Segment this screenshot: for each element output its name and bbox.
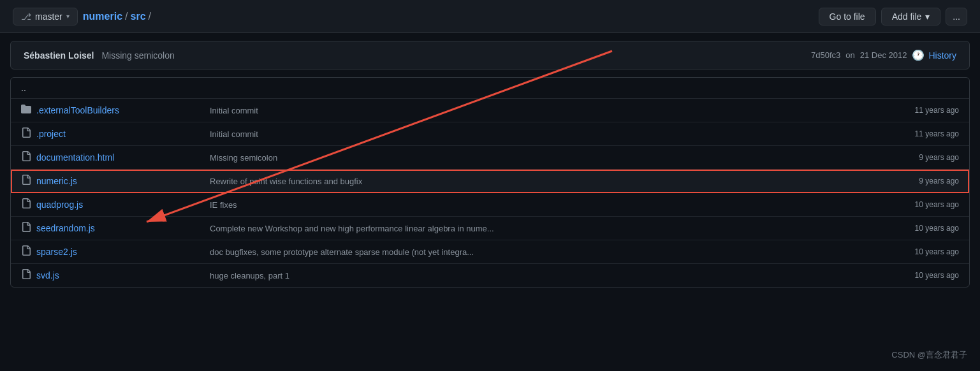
more-options-button[interactable]: ... (946, 8, 967, 25)
file-name-cell-quadprog: quadprog.js (21, 198, 200, 211)
file-name-cell-parent: .. (21, 83, 200, 93)
file-name-docs[interactable]: documentation.html (36, 152, 114, 163)
commit-msg-ext: Initial commit (200, 106, 870, 115)
commit-info: Sébastien Loisel Missing semicolon (24, 50, 175, 61)
commit-date: 21 Dec 2012 (860, 50, 907, 60)
file-row-external: .externalToolBuilders Initial commit 11 … (11, 99, 969, 122)
file-row-seedrandom: seedrandom.js Complete new Workshop and … (11, 217, 969, 240)
file-name-sparse2[interactable]: sparse2.js (36, 247, 77, 257)
file-name-cell-numeric: numeric.js (21, 175, 200, 187)
file-icon-project (21, 127, 31, 140)
add-file-button[interactable]: Add file ▾ (881, 8, 941, 25)
folder-icon (21, 104, 31, 117)
file-row-project: .project Initial commit 11 years ago (11, 122, 969, 146)
commit-msg-seedrandom: Complete new Workshop and new high perfo… (200, 224, 870, 233)
file-row-svd: svd.js huge cleanups, part 1 10 years ag… (11, 264, 969, 287)
commit-bar: Sébastien Loisel Missing semicolon 7d50f… (10, 41, 970, 69)
file-row-sparse2: sparse2.js doc bugfixes, some prototype … (11, 240, 969, 264)
top-bar-right: Go to file Add file ▾ ... (819, 8, 967, 25)
commit-message: Missing semicolon (101, 50, 174, 61)
commit-msg-numeric: Rewrite of point wise functions and bugf… (200, 177, 870, 186)
file-name-cell-project: .project (21, 127, 200, 140)
commit-author: Sébastien Loisel (24, 50, 94, 61)
commit-msg-sparse2: doc bugfixes, some prototype alternate s… (200, 247, 870, 257)
file-row-docs: documentation.html Missing semicolon 9 y… (11, 146, 969, 170)
file-icon-quadprog (21, 198, 31, 211)
file-icon-docs (21, 151, 31, 164)
file-name-seedrandom[interactable]: seedrandom.js (36, 223, 95, 233)
commit-hash: 7d50fc3 (811, 50, 840, 60)
top-bar: ⎇ master ▾ numeric / src / Go to file Ad… (0, 0, 980, 33)
file-row-numeric: numeric.js Rewrite of point wise functio… (11, 170, 969, 193)
file-icon-svd (21, 269, 31, 282)
time-ext: 11 years ago (870, 106, 959, 115)
file-name-ext[interactable]: .externalToolBuilders (36, 105, 119, 115)
history-label: History (928, 50, 956, 61)
file-name-project[interactable]: .project (36, 129, 66, 139)
file-name-cell-sparse2: sparse2.js (21, 245, 200, 258)
branch-icon: ⎇ (21, 11, 31, 22)
file-name-svd[interactable]: svd.js (36, 270, 59, 280)
commit-msg-quadprog: IE fixes (200, 200, 870, 210)
file-name-cell-seedrandom: seedrandom.js (21, 222, 200, 235)
go-to-file-button[interactable]: Go to file (819, 8, 876, 25)
commit-msg-svd: huge cleanups, part 1 (200, 271, 870, 280)
parent-dir-text: .. (21, 83, 26, 93)
file-name-quadprog[interactable]: quadprog.js (36, 200, 83, 210)
breadcrumb-repo[interactable]: numeric (83, 11, 122, 22)
time-docs: 9 years ago (870, 153, 959, 162)
file-name-cell-svd: svd.js (21, 269, 200, 282)
top-bar-left: ⎇ master ▾ numeric / src / (13, 8, 151, 25)
time-sparse2: 10 years ago (870, 247, 959, 256)
commit-msg-project: Initial commit (200, 129, 870, 139)
commit-on: on (845, 50, 854, 60)
branch-selector[interactable]: ⎇ master ▾ (13, 8, 78, 25)
time-project: 11 years ago (870, 129, 959, 138)
file-name-cell-docs: documentation.html (21, 151, 200, 164)
breadcrumb-sep-1: / (125, 11, 128, 22)
commit-msg-docs: Missing semicolon (200, 153, 870, 163)
time-seedrandom: 10 years ago (870, 224, 959, 233)
file-row-quadprog: quadprog.js IE fixes 10 years ago (11, 193, 969, 217)
time-svd: 10 years ago (870, 271, 959, 280)
breadcrumb-src[interactable]: src (131, 11, 146, 22)
branch-name: master (35, 11, 62, 22)
parent-dir-link[interactable]: .. (21, 83, 26, 93)
time-numeric: 9 years ago (870, 177, 959, 186)
file-icon-sparse2 (21, 245, 31, 258)
history-button[interactable]: 🕐 History (912, 49, 956, 61)
chevron-down-icon: ▾ (66, 13, 69, 20)
file-icon-seedrandom (21, 222, 31, 235)
time-quadprog: 10 years ago (870, 200, 959, 209)
history-icon: 🕐 (912, 49, 925, 61)
add-file-label: Add file (892, 11, 922, 22)
breadcrumb: numeric / src / (83, 11, 151, 22)
breadcrumb-trailing: / (149, 11, 151, 22)
commit-meta: 7d50fc3 on 21 Dec 2012 🕐 History (811, 49, 956, 61)
file-name-cell-ext: .externalToolBuilders (21, 104, 200, 117)
file-icon-numeric (21, 175, 31, 187)
file-table: .. .externalToolBuilders Initial commit … (10, 77, 970, 287)
add-file-chevron: ▾ (925, 11, 930, 22)
file-row-parent: .. (11, 78, 969, 99)
file-name-numeric[interactable]: numeric.js (36, 176, 77, 186)
